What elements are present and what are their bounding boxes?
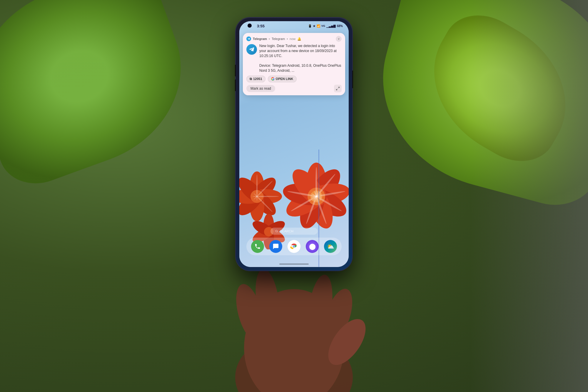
open-link-label: OPEN LINK — [276, 77, 293, 81]
phone-device: 3:55 📳 ★ 📶 VG ▁▃▅▇ 68% — [236, 18, 352, 271]
svg-point-59 — [293, 246, 295, 247]
notification-header: Telegram • Telegram • now 🔔 ∨ — [246, 36, 342, 42]
expand-icon[interactable] — [334, 85, 342, 92]
search-bar[interactable]: SEARCH — [270, 228, 318, 235]
notification-channel: Telegram — [272, 37, 285, 41]
open-link-button[interactable]: OPEN LINK — [268, 76, 297, 82]
svg-line-56 — [277, 232, 278, 232]
dock-icon-launcher[interactable]: ⛅ — [324, 240, 337, 253]
notification-message: New login. Dear Tushar, we detected a lo… — [259, 44, 342, 73]
telegram-icon-small — [246, 36, 251, 41]
dock-area: SEARCH — [239, 228, 349, 255]
svg-line-54 — [336, 89, 338, 90]
copy-code-label: 12051 — [253, 77, 262, 81]
notification-bottom: Mark as read — [246, 85, 342, 92]
dock-icon-pixel[interactable]: ⬤ — [306, 240, 319, 253]
dock: ⬤ ⛅ — [246, 238, 342, 255]
notification-collapse-button[interactable]: ∨ — [336, 36, 342, 42]
status-time: 3:55 — [257, 24, 265, 28]
dock-icon-phone[interactable] — [251, 240, 264, 253]
flower-large — [281, 161, 349, 232]
wifi-icon: 📶 — [317, 24, 320, 28]
copy-code-button[interactable]: ⧉ 12051 — [246, 76, 265, 82]
notification-header-left: Telegram • Telegram • now 🔔 — [246, 36, 301, 41]
battery-icon: 68% — [337, 24, 343, 28]
signal-icon: ▁▃▅▇ — [326, 24, 336, 28]
vpn-icon: VG — [321, 24, 325, 27]
mark-as-read-button[interactable]: Mark as read — [246, 85, 275, 92]
notification-card[interactable]: Telegram • Telegram • now 🔔 ∨ — [243, 33, 345, 95]
notification-actions: ⧉ 12051 OPEN LINK — [246, 76, 342, 82]
phone-screen: 3:55 📳 ★ 📶 VG ▁▃▅▇ 68% — [239, 21, 349, 267]
camera-hole — [248, 24, 252, 28]
google-icon — [271, 77, 275, 81]
svg-line-53 — [338, 87, 339, 88]
bluetooth-icon: ★ — [313, 24, 315, 28]
bg-dark-overlay — [470, 0, 588, 392]
status-bar: 3:55 📳 ★ 📶 VG ▁▃▅▇ 68% — [239, 21, 349, 31]
notification-app-name: Telegram — [253, 37, 267, 41]
notification-bell: 🔔 — [297, 37, 301, 41]
leaf-decoration-left — [0, 0, 206, 195]
search-bar-label: SEARCH — [280, 229, 293, 233]
svg-point-55 — [275, 230, 278, 232]
vibrate-icon: 📳 — [308, 24, 312, 28]
phone-body: 3:55 📳 ★ 📶 VG ▁▃▅▇ 68% — [236, 18, 352, 271]
copy-icon: ⧉ — [250, 77, 252, 81]
status-icons: 📳 ★ 📶 VG ▁▃▅▇ 68% — [308, 24, 343, 28]
volume-down-button — [235, 79, 236, 91]
search-icon — [275, 230, 278, 233]
notification-time: now — [290, 37, 295, 41]
telegram-avatar — [246, 44, 257, 55]
dock-icon-messages[interactable] — [269, 240, 282, 253]
home-indicator — [279, 263, 309, 265]
notification-body: New login. Dear Tushar, we detected a lo… — [246, 44, 342, 73]
power-button — [352, 71, 353, 88]
volume-up-button — [235, 65, 236, 76]
dock-icon-chrome[interactable] — [288, 240, 300, 253]
notification-dot2: • — [287, 37, 288, 41]
notification-dot: • — [269, 37, 270, 41]
